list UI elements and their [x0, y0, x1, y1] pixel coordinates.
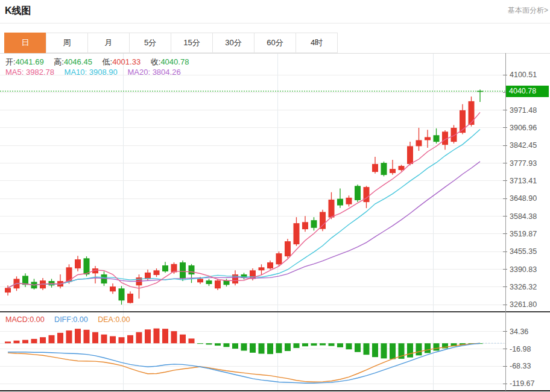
candle-body — [267, 262, 273, 268]
interval-tabs: 日 周 月 5分 15分 30分 60分 4时 — [5, 33, 338, 53]
svg-text:3777.93: 3777.93 — [510, 159, 537, 168]
macd-bar — [75, 329, 81, 343]
high-label: 高: — [54, 57, 64, 66]
close-label: 收: — [151, 57, 161, 66]
macd-bar — [381, 343, 387, 358]
tab-day[interactable]: 日 — [4, 33, 46, 53]
ma20-label: MA20: — [127, 68, 150, 77]
candle-body — [381, 163, 387, 175]
svg-text:4100.51: 4100.51 — [510, 71, 537, 79]
candle-body — [5, 288, 11, 292]
tab-4hour[interactable]: 4时 — [296, 33, 338, 53]
chart-borders — [0, 53, 550, 391]
macd-bar — [136, 332, 142, 343]
candle-body — [372, 164, 378, 172]
svg-text:3455.35: 3455.35 — [510, 247, 537, 256]
tab-15min[interactable]: 15分 — [171, 33, 213, 53]
macd-bar — [145, 329, 151, 343]
macd-bar — [66, 330, 72, 343]
candle-body — [407, 146, 413, 164]
candle-body — [110, 286, 116, 291]
candle-body — [425, 137, 431, 140]
macd-bar — [189, 338, 195, 343]
tab-30min[interactable]: 30分 — [212, 33, 254, 53]
open-value: 4041.69 — [16, 57, 44, 66]
low-value: 4001.33 — [112, 57, 141, 66]
macd-bar — [337, 343, 343, 347]
svg-text:3713.41: 3713.41 — [510, 177, 537, 185]
macd-bar — [425, 343, 431, 353]
candle-body — [154, 270, 160, 275]
macd-bar — [180, 335, 186, 344]
macd-bar — [346, 343, 352, 349]
svg-text:3519.87: 3519.87 — [510, 230, 537, 238]
macd-bar — [232, 343, 238, 349]
macd-bar — [49, 335, 55, 343]
candle-body — [285, 241, 291, 256]
candle-body — [224, 280, 230, 285]
candle-body — [162, 265, 168, 271]
ohlc-readout: 开:4041.69 高:4046.45 低:4001.33 收:4040.78 — [5, 57, 197, 68]
ma5-value: 3982.78 — [26, 68, 54, 77]
svg-text:3842.45: 3842.45 — [510, 141, 537, 150]
candle-body — [390, 169, 396, 173]
macd-bar — [320, 343, 326, 345]
macd-label: MACD: — [5, 315, 30, 324]
candle-body — [320, 212, 326, 229]
low-label: 低: — [103, 57, 113, 66]
candle-body — [180, 262, 186, 279]
macd-bar — [224, 343, 230, 347]
tab-60min[interactable]: 60分 — [254, 33, 296, 53]
macd-bar — [407, 343, 413, 357]
tab-5min[interactable]: 5分 — [129, 33, 171, 53]
macd-bar — [276, 343, 282, 353]
macd-bar — [14, 341, 20, 343]
current-price-tag: 4040.78 — [506, 86, 549, 97]
vertical-gridlines — [123, 54, 433, 390]
macd-bar — [101, 335, 107, 344]
svg-text:3261.80: 3261.80 — [510, 300, 537, 309]
svg-text:3326.32: 3326.32 — [510, 283, 537, 291]
candle-body — [329, 200, 335, 218]
candle-body — [416, 140, 422, 146]
candle-body — [189, 265, 195, 274]
open-label: 开: — [5, 57, 16, 66]
candles — [5, 90, 483, 305]
candle-body — [294, 223, 300, 244]
macd-bar — [302, 343, 308, 346]
candle-body — [127, 294, 133, 303]
macd-bar — [110, 336, 116, 343]
ma-readout: MA5: 3982.78 MA10: 3908.90 MA20: 3804.26 — [5, 68, 189, 77]
candle-body — [75, 259, 81, 268]
candle-body — [434, 135, 440, 142]
dea-value: 0.00 — [115, 315, 130, 324]
macd-bar — [40, 337, 46, 343]
macd-bar — [416, 343, 422, 355]
macd-bar — [162, 329, 168, 343]
macd-bar — [311, 343, 317, 346]
tab-month[interactable]: 月 — [87, 33, 130, 53]
candle-body — [145, 273, 151, 279]
macd-bar — [197, 343, 203, 344]
ma10-label: MA10: — [65, 68, 87, 77]
candle-body — [101, 274, 107, 283]
macd-value: 0.00 — [30, 315, 44, 324]
candle-body — [302, 222, 308, 229]
ma5-label: MA5: — [5, 68, 24, 77]
diff-value: 0.00 — [73, 315, 87, 324]
close-value: 4040.78 — [160, 57, 189, 66]
macd-bar — [154, 329, 160, 344]
macd-bar — [294, 343, 300, 348]
macd-bar — [22, 340, 28, 344]
svg-text:3584.38: 3584.38 — [510, 212, 537, 221]
macd-bar — [390, 343, 396, 359]
macd-bar — [92, 332, 98, 343]
tab-week[interactable]: 周 — [46, 33, 88, 53]
macd-bar — [119, 337, 125, 343]
macd-bar — [127, 335, 133, 343]
candle-body — [451, 128, 457, 142]
candle-body — [276, 253, 282, 264]
macd-bar — [215, 343, 221, 346]
svg-text:-68.33: -68.33 — [510, 362, 531, 370]
candle-body — [66, 267, 72, 282]
